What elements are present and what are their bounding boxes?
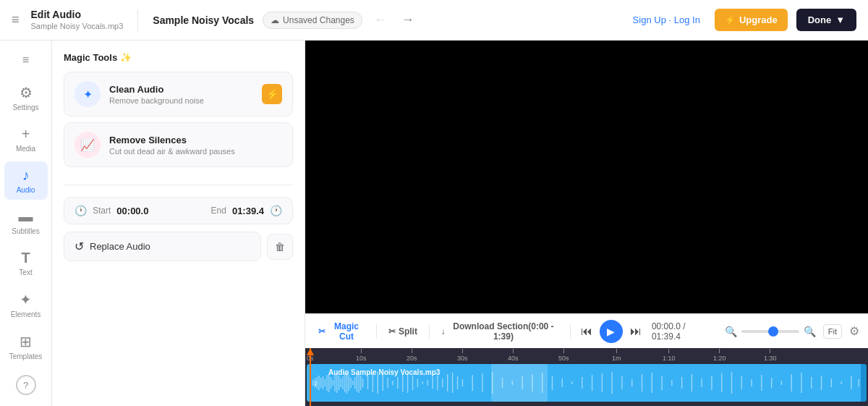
sidebar-item-audio[interactable]: ♪ Audio: [4, 161, 48, 200]
svg-rect-64: [652, 373, 652, 393]
replace-audio-button[interactable]: ↺ Replace Audio: [64, 232, 261, 261]
divider: [64, 185, 293, 185]
ruler-tick-50s: 50s: [558, 349, 569, 362]
svg-rect-71: [721, 373, 722, 392]
svg-rect-60: [611, 372, 612, 394]
svg-rect-62: [631, 379, 632, 386]
remove-silences-icon: 📈: [80, 138, 95, 152]
playhead-marker[interactable]: [310, 348, 311, 406]
split-label: Split: [399, 326, 417, 337]
zoom-in-icon[interactable]: 🔍: [804, 326, 816, 337]
svg-rect-80: [811, 377, 812, 389]
chevron-down-icon: ▼: [835, 14, 845, 25]
svg-rect-56: [571, 381, 572, 384]
clean-audio-text: Clean Audio Remove background noise: [109, 84, 204, 105]
remove-silences-title: Remove Silences: [109, 135, 235, 145]
done-button[interactable]: Done ▼: [796, 9, 856, 31]
svg-rect-6: [325, 379, 326, 386]
ruler-tick-1-20: 1:20: [713, 349, 726, 362]
svg-rect-44: [457, 376, 458, 389]
magic-cut-icon: ✂: [318, 326, 326, 337]
timeline-ruler: 0s 10s 20s 30s 40s: [305, 348, 868, 363]
log-in-link[interactable]: Log In: [674, 14, 700, 25]
bolt-icon: ⚡: [725, 15, 736, 25]
tl-divider2: [429, 324, 430, 339]
svg-rect-32: [397, 377, 398, 389]
zoom-controls: 🔍 🔍: [725, 326, 816, 337]
svg-rect-19: [350, 378, 351, 388]
download-section-button[interactable]: ↓ Download Section(0:00 - 1:39): [437, 318, 563, 344]
svg-rect-74: [751, 379, 752, 386]
split-button[interactable]: ✂ Split: [384, 323, 422, 339]
sidebar-item-settings[interactable]: ⚙ Settings: [4, 78, 48, 117]
sign-up-link[interactable]: Sign Up: [633, 14, 666, 25]
svg-rect-38: [427, 380, 427, 386]
replace-icon: ↺: [75, 240, 84, 253]
audio-track-label: Audio Sample Noisy Vocals.mp3: [328, 368, 440, 376]
audio-track[interactable]: ♪ Audio Sample Noisy Vocals.mp3: [307, 364, 867, 402]
clean-audio-card[interactable]: ✦ Clean Audio Remove background noise ⚡: [64, 72, 293, 117]
tl-divider3: [570, 324, 571, 339]
help-button[interactable]: ?: [16, 375, 36, 395]
redo-button[interactable]: →: [399, 9, 417, 30]
clean-audio-upgrade-button[interactable]: ⚡: [262, 84, 282, 104]
svg-rect-18: [349, 375, 349, 391]
svg-rect-41: [442, 378, 443, 387]
remove-silences-text: Remove Silences Cut out dead air & awkwa…: [109, 135, 235, 156]
undo-button[interactable]: ←: [371, 9, 390, 30]
magic-cut-button[interactable]: ✂ Magic Cut: [314, 318, 369, 344]
time-controls: 🕐 Start 00:00.0 End 01:39.4 🕐: [64, 197, 293, 224]
svg-rect-11: [334, 374, 335, 392]
end-clock-icon: 🕐: [270, 205, 282, 216]
elements-icon: ✦: [20, 291, 32, 308]
svg-rect-85: [859, 379, 859, 386]
svg-rect-46: [472, 375, 473, 391]
svg-rect-72: [731, 372, 732, 394]
unsaved-label: Unsaved Changes: [283, 15, 354, 25]
svg-rect-33: [402, 374, 403, 392]
templates-icon: ⊞: [20, 333, 32, 350]
preview-area: ✂ Magic Cut ✂ Split ↓ Download Section(0…: [305, 41, 868, 406]
sidebar-item-media[interactable]: + Media: [4, 120, 48, 158]
svg-rect-59: [602, 373, 603, 392]
play-button[interactable]: ▶: [600, 320, 623, 343]
svg-rect-31: [392, 381, 393, 385]
svg-rect-66: [671, 380, 672, 386]
sidebar-item-templates[interactable]: ⊞ Templates: [4, 327, 48, 366]
ruler-tick-1-10: 1:10: [663, 349, 676, 362]
sidebar-item-subtitles[interactable]: ▬ Subtitles: [4, 203, 48, 241]
start-label: Start: [93, 206, 111, 216]
text-label: Text: [19, 268, 32, 276]
timeline-settings-icon[interactable]: ⚙: [849, 324, 859, 338]
delete-button[interactable]: 🗑: [267, 234, 293, 260]
upgrade-button[interactable]: ⚡ Upgrade: [715, 9, 788, 31]
skip-back-button[interactable]: ⏮: [578, 322, 595, 341]
sidebar-item-elements[interactable]: ✦ Elements: [4, 285, 48, 324]
zoom-out-icon[interactable]: 🔍: [725, 326, 737, 337]
remove-silences-card[interactable]: 📈 Remove Silences Cut out dead air & awk…: [64, 122, 293, 167]
music-icon: ♪: [314, 378, 318, 387]
total-time: 01:39.4: [652, 331, 681, 342]
edit-panel: Magic Tools ✨ ✦ Clean Audio Remove backg…: [52, 41, 305, 406]
zoom-slider[interactable]: [741, 330, 799, 333]
svg-rect-29: [382, 375, 383, 391]
current-time: 00:00.0: [652, 321, 681, 331]
svg-rect-15: [342, 376, 343, 389]
project-title: Sample Noisy Vocals: [153, 14, 254, 26]
zoom-thumb[interactable]: [768, 326, 778, 337]
sidebar-item-text[interactable]: T Text: [4, 244, 48, 282]
auth-links: Sign Up · Log In: [633, 14, 700, 25]
download-icon: ↓: [441, 326, 446, 337]
svg-rect-75: [761, 375, 762, 391]
skip-forward-button[interactable]: ⏭: [627, 322, 644, 341]
fit-button[interactable]: Fit: [823, 324, 842, 339]
svg-rect-10: [333, 380, 333, 386]
hamburger-icon[interactable]: ≡: [12, 12, 20, 28]
sidebar-menu-icon[interactable]: ≡: [17, 48, 35, 72]
svg-rect-39: [432, 377, 433, 389]
svg-rect-65: [661, 376, 662, 390]
audio-end-handle[interactable]: [861, 364, 867, 402]
trash-icon: 🗑: [275, 241, 285, 253]
magic-cut-label: Magic Cut: [328, 321, 365, 342]
ruler-tick-40s: 40s: [508, 349, 519, 362]
